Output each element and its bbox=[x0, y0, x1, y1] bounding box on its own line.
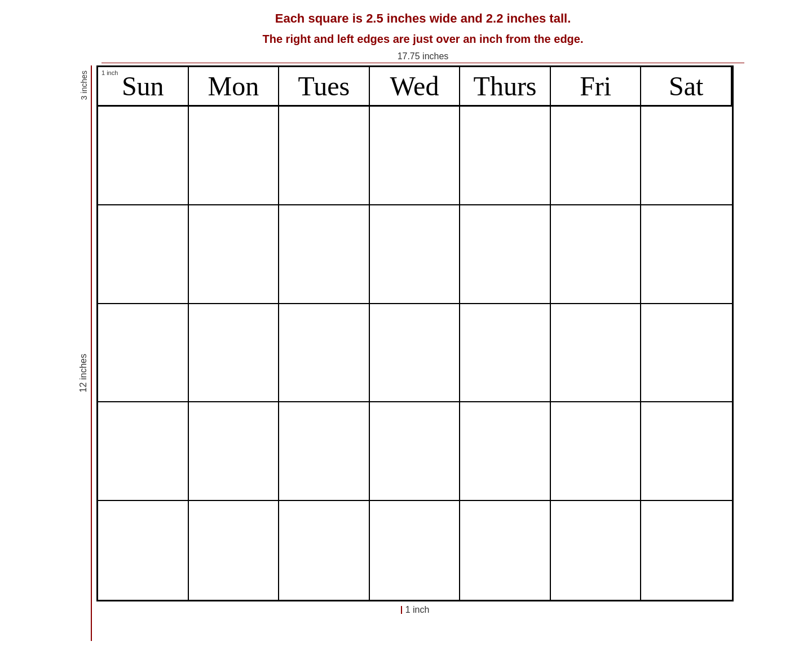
12inch-label-area: 12 inches bbox=[78, 105, 92, 641]
calendar-wrapper: 1 inch Sun Mon Tues Wed Thurs Fri Sat bbox=[96, 65, 734, 615]
cell-r3-c4 bbox=[370, 304, 461, 403]
cell-r2-c5 bbox=[460, 205, 551, 304]
day-label-tues: Tues bbox=[298, 71, 350, 102]
cell-r3-c6 bbox=[551, 304, 642, 403]
cell-r2-c1 bbox=[98, 205, 189, 304]
main-area: 3 inches 12 inches 1 inch Sun Mon Tues W… bbox=[78, 65, 734, 641]
cell-r2-c7 bbox=[641, 205, 732, 304]
bottom-line-indicator: 1 inch bbox=[401, 605, 430, 615]
cell-r1-c2 bbox=[189, 107, 280, 205]
cell-r3-c5 bbox=[460, 304, 551, 403]
main-red-line bbox=[91, 105, 92, 641]
bottom-inch-label: 1 inch bbox=[405, 605, 430, 615]
cell-r1-c4 bbox=[370, 107, 461, 205]
cell-r3-c2 bbox=[189, 304, 280, 403]
cell-r4-c6 bbox=[551, 402, 642, 501]
header-thurs: Thurs bbox=[460, 67, 551, 107]
header-sat: Sat bbox=[641, 67, 732, 107]
cell-r4-c7 bbox=[641, 402, 732, 501]
inch-note: 1 inch bbox=[102, 69, 118, 76]
cell-r2-c4 bbox=[370, 205, 461, 304]
day-label-fri: Fri bbox=[580, 71, 611, 102]
cell-r5-c1 bbox=[98, 501, 189, 600]
square-size-info: Each square is 2.5 inches wide and 2.2 i… bbox=[263, 11, 584, 26]
left-labels: 3 inches 12 inches bbox=[78, 65, 92, 641]
cell-r5-c3 bbox=[279, 501, 370, 600]
width-line bbox=[102, 63, 744, 63]
bottom-tick-line bbox=[401, 606, 402, 614]
cell-r4-c3 bbox=[279, 402, 370, 501]
cell-r1-c6 bbox=[551, 107, 642, 205]
top-red-line bbox=[91, 65, 92, 105]
cell-r1-c7 bbox=[641, 107, 732, 205]
cell-r5-c7 bbox=[641, 501, 732, 600]
header-sun: 1 inch Sun bbox=[98, 67, 189, 107]
cell-r5-c4 bbox=[370, 501, 461, 600]
cell-r2-c6 bbox=[551, 205, 642, 304]
day-label-sat: Sat bbox=[669, 71, 703, 102]
day-label-wed: Wed bbox=[390, 71, 439, 102]
width-label: 17.75 inches bbox=[398, 51, 449, 62]
12inch-label: 12 inches bbox=[78, 354, 89, 393]
cell-r3-c7 bbox=[641, 304, 732, 403]
bottom-label-area: 1 inch bbox=[401, 605, 430, 615]
width-label-container: 17.75 inches bbox=[68, 51, 744, 63]
3inch-label-area: 3 inches bbox=[80, 65, 92, 105]
header-wed: Wed bbox=[370, 67, 461, 107]
header-fri: Fri bbox=[551, 67, 642, 107]
cell-r3-c1 bbox=[98, 304, 189, 403]
cell-r3-c3 bbox=[279, 304, 370, 403]
header-tues: Tues bbox=[279, 67, 370, 107]
cell-r1-c1 bbox=[98, 107, 189, 205]
cell-r4-c5 bbox=[460, 402, 551, 501]
cell-r1-c3 bbox=[279, 107, 370, 205]
header-mon: Mon bbox=[189, 67, 280, 107]
calendar-grid: 1 inch Sun Mon Tues Wed Thurs Fri Sat bbox=[96, 65, 734, 601]
3inch-label: 3 inches bbox=[80, 71, 89, 100]
cell-r1-c5 bbox=[460, 107, 551, 205]
cell-r2-c2 bbox=[189, 205, 280, 304]
day-label-sun: Sun bbox=[122, 71, 164, 102]
day-label-mon: Mon bbox=[208, 71, 259, 102]
cell-r4-c1 bbox=[98, 402, 189, 501]
cell-r4-c4 bbox=[370, 402, 461, 501]
cell-r4-c2 bbox=[189, 402, 280, 501]
cell-r5-c2 bbox=[189, 501, 280, 600]
day-label-thurs: Thurs bbox=[474, 71, 537, 102]
cell-r5-c5 bbox=[460, 501, 551, 600]
top-info-block: Each square is 2.5 inches wide and 2.2 i… bbox=[229, 11, 584, 46]
edge-info: The right and left edges are just over a… bbox=[263, 33, 584, 46]
cell-r5-c6 bbox=[551, 501, 642, 600]
cell-r2-c3 bbox=[279, 205, 370, 304]
